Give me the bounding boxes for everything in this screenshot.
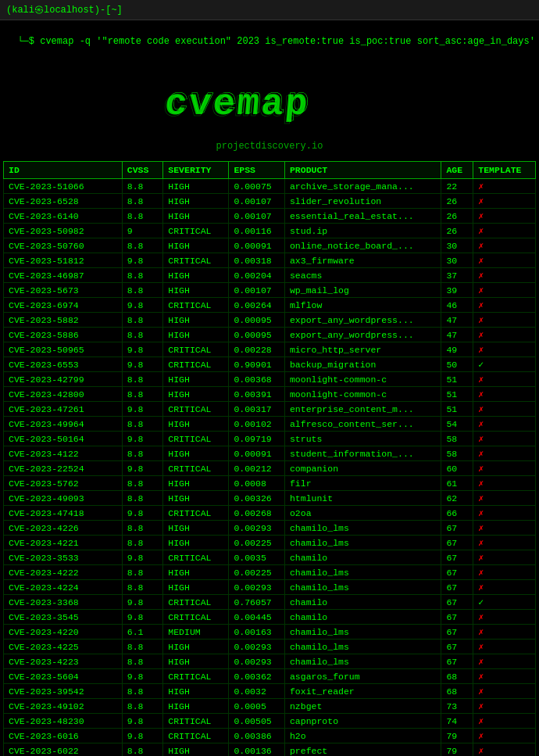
cell-epss: 0.0032 <box>229 684 285 699</box>
cell-epss: 0.00326 <box>229 491 285 506</box>
cell-severity: CRITICAL <box>163 550 229 565</box>
cell-cvss: 6.1 <box>122 625 163 640</box>
cell-product: chamilo_lms <box>284 536 441 550</box>
cell-cvss: 8.8 <box>122 313 163 328</box>
table-row: CVE-2023-491028.8HIGH0.0005nzbget73✗ <box>4 699 536 714</box>
x-mark-icon: ✗ <box>478 211 484 221</box>
table-row: CVE-2023-42258.8HIGH0.00293chamilo_lms67… <box>4 640 536 654</box>
cell-product: moonlight-common-c <box>284 387 441 402</box>
cell-product: chamilo_lms <box>284 654 441 669</box>
col-header-cvss: CVSS <box>122 162 163 179</box>
cell-severity: HIGH <box>163 536 229 550</box>
cell-template: ✗ <box>473 238 536 253</box>
table-row: CVE-2023-225249.8CRITICAL0.00212companio… <box>4 461 536 476</box>
table-row: CVE-2023-42238.8HIGH0.00293chamilo_lms67… <box>4 654 536 669</box>
cell-cvss: 9.8 <box>122 432 163 446</box>
cell-age: 51 <box>441 387 473 402</box>
cell-template: ✗ <box>473 550 536 565</box>
cell-severity: HIGH <box>163 476 229 491</box>
col-header-severity: SEVERITY <box>163 162 229 179</box>
table-row: CVE-2023-509829CRITICAL0.00116stud.ip26✗ <box>4 224 536 238</box>
cell-id: CVE-2023-48230 <box>4 714 123 729</box>
cell-template: ✗ <box>473 209 536 224</box>
cell-product: chamilo <box>284 550 441 565</box>
cell-epss: 0.00293 <box>229 640 285 654</box>
cell-epss: 0.00095 <box>229 328 285 342</box>
cell-age: 51 <box>441 402 473 417</box>
table-row: CVE-2023-474189.8CRITICAL0.00268o2oa66✗ <box>4 506 536 521</box>
x-mark-icon: ✗ <box>478 345 484 355</box>
cell-product: moonlight-common-c <box>284 372 441 387</box>
cell-epss: 0.00107 <box>229 194 285 209</box>
cell-id: CVE-2023-6022 <box>4 743 123 757</box>
cell-age: 67 <box>441 580 473 595</box>
cell-age: 51 <box>441 372 473 387</box>
cell-cvss: 8.8 <box>122 372 163 387</box>
x-mark-icon: ✗ <box>478 716 484 726</box>
cell-epss: 0.00116 <box>229 224 285 238</box>
x-mark-icon: ✗ <box>478 464 484 474</box>
cell-id: CVE-2023-4221 <box>4 536 123 550</box>
table-row: CVE-2023-507608.8HIGH0.00091online_notic… <box>4 238 536 253</box>
check-mark-icon: ✓ <box>478 597 484 607</box>
x-mark-icon: ✗ <box>478 285 484 296</box>
cell-cvss: 9.8 <box>122 506 163 521</box>
table-row: CVE-2023-482309.8CRITICAL0.00505capnprot… <box>4 714 536 729</box>
table-row: CVE-2023-60228.8HIGH0.00136prefect79✗ <box>4 743 536 757</box>
cell-severity: HIGH <box>163 565 229 580</box>
cell-epss: 0.00225 <box>229 536 285 550</box>
cell-cvss: 9.8 <box>122 342 163 357</box>
table-row: CVE-2023-61408.8HIGH0.00107essential_rea… <box>4 209 536 224</box>
cell-severity: MEDIUM <box>163 625 229 640</box>
cell-template: ✗ <box>473 432 536 446</box>
table-row: CVE-2023-427998.8HIGH0.00368moonlight-co… <box>4 372 536 387</box>
cell-cvss: 8.8 <box>122 654 163 669</box>
table-row: CVE-2023-510668.8HIGH0.00075archive_stor… <box>4 179 536 194</box>
cell-product: export_any_wordpress... <box>284 328 441 342</box>
cell-id: CVE-2023-5604 <box>4 669 123 684</box>
cell-template: ✗ <box>473 402 536 417</box>
cell-cvss: 9.8 <box>122 357 163 372</box>
cell-template: ✗ <box>473 417 536 432</box>
x-mark-icon: ✗ <box>478 523 484 533</box>
cell-id: CVE-2023-39542 <box>4 684 123 699</box>
cell-template: ✗ <box>473 610 536 625</box>
cell-severity: HIGH <box>163 179 229 194</box>
x-mark-icon: ✗ <box>478 434 484 444</box>
x-mark-icon: ✗ <box>478 241 484 251</box>
cell-template: ✗ <box>473 372 536 387</box>
table-row: CVE-2023-472619.8CRITICAL0.00317enterpri… <box>4 402 536 417</box>
cell-severity: CRITICAL <box>163 342 229 357</box>
cell-id: CVE-2023-4225 <box>4 640 123 654</box>
cell-id: CVE-2023-4122 <box>4 446 123 461</box>
cell-id: CVE-2023-49964 <box>4 417 123 432</box>
table-header-row: ID CVSS SEVERITY EPSS PRODUCT AGE TEMPLA… <box>4 162 536 179</box>
table-row: CVE-2023-428008.8HIGH0.00391moonlight-co… <box>4 387 536 402</box>
cell-epss: 0.00212 <box>229 461 285 476</box>
cell-age: 46 <box>441 298 473 313</box>
col-header-id: ID <box>4 162 123 179</box>
cell-product: alfresco_content_ser... <box>284 417 441 432</box>
cell-age: 58 <box>441 432 473 446</box>
cell-severity: HIGH <box>163 640 229 654</box>
table-row: CVE-2023-490938.8HIGH0.00326htmlunit62✗ <box>4 491 536 506</box>
cell-id: CVE-2023-5882 <box>4 313 123 328</box>
cell-product: ax3_firmware <box>284 253 441 268</box>
table-row: CVE-2023-58828.8HIGH0.00095export_any_wo… <box>4 313 536 328</box>
cell-epss: 0.0005 <box>229 699 285 714</box>
cell-template: ✓ <box>473 357 536 372</box>
cell-cvss: 8.8 <box>122 476 163 491</box>
cell-age: 49 <box>441 342 473 357</box>
cell-template: ✗ <box>473 699 536 714</box>
cell-product: enterprise_content_m... <box>284 402 441 417</box>
cell-id: CVE-2023-22524 <box>4 461 123 476</box>
col-header-template: TEMPLATE <box>473 162 536 179</box>
cell-age: 68 <box>441 669 473 684</box>
table-row: CVE-2023-42248.8HIGH0.00293chamilo_lms67… <box>4 580 536 595</box>
x-mark-icon: ✗ <box>478 300 484 310</box>
cell-cvss: 9 <box>122 224 163 238</box>
cell-epss: 0.00204 <box>229 268 285 283</box>
cell-epss: 0.00107 <box>229 283 285 298</box>
x-mark-icon: ✗ <box>478 672 484 682</box>
x-mark-icon: ✗ <box>478 627 484 637</box>
